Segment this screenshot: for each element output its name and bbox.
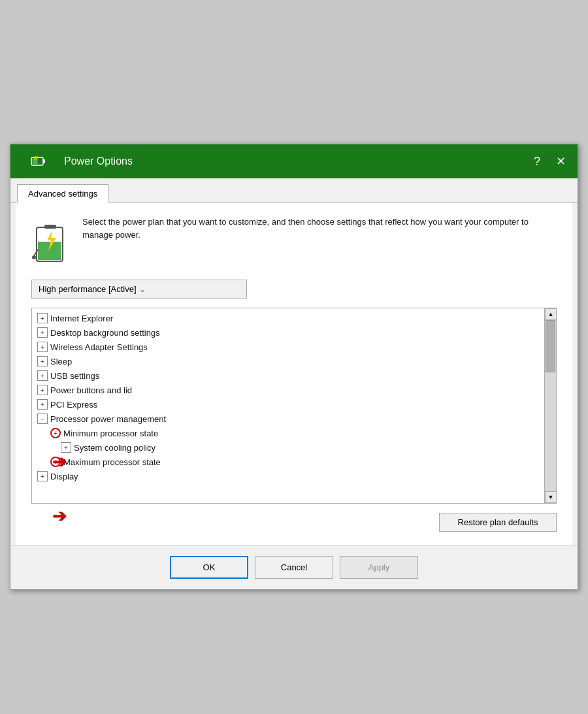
list-item-processor-power[interactable]: −Processor power management — [32, 412, 544, 426]
svg-rect-2 — [33, 159, 38, 165]
apply-button[interactable]: Apply — [340, 556, 418, 579]
expand-icon[interactable]: + — [37, 327, 48, 338]
power-options-dialog: Power Options ? ✕ Advanced settings — [10, 144, 578, 590]
scroll-track[interactable] — [545, 320, 556, 491]
battery-icon-large — [31, 216, 71, 268]
svg-rect-1 — [43, 159, 45, 163]
list-item-label: Maximum processor state — [63, 457, 161, 467]
list-item-internet-explorer[interactable]: +Internet Explorer — [32, 311, 544, 325]
tab-advanced-settings[interactable]: Advanced settings — [17, 184, 108, 203]
expand-icon[interactable]: + — [37, 313, 48, 323]
svg-rect-6 — [44, 225, 56, 229]
description-text: Select the power plan that you want to c… — [82, 216, 557, 241]
bottom-bar: OK Cancel Apply — [10, 545, 578, 589]
svg-point-10 — [32, 255, 36, 259]
list-item-label: Power buttons and lid — [50, 385, 132, 395]
scroll-thumb[interactable] — [546, 320, 555, 372]
dialog-title: Power Options — [64, 155, 528, 167]
content-area: Select the power plan that you want to c… — [16, 203, 572, 545]
description-row: Select the power plan that you want to c… — [31, 216, 557, 268]
title-controls: ? ✕ — [528, 152, 570, 170]
close-button[interactable]: ✕ — [551, 152, 570, 170]
expand-icon[interactable]: + — [61, 442, 71, 453]
list-item-label: Display — [50, 472, 78, 481]
expand-icon[interactable]: + — [37, 342, 48, 352]
list-item-label: Desktop background settings — [50, 328, 160, 338]
list-item-power-buttons[interactable]: +Power buttons and lid — [32, 383, 544, 397]
list-item-usb-settings[interactable]: +USB settings — [32, 368, 544, 383]
collapse-icon[interactable]: − — [37, 414, 48, 424]
list-item-max-processor[interactable]: +Maximum processor state — [32, 455, 544, 469]
list-item-label: Processor power management — [50, 414, 166, 424]
list-item-min-processor[interactable]: +Minimum processor state — [32, 426, 544, 440]
list-item-display[interactable]: +Display — [32, 469, 544, 483]
expand-icon[interactable]: + — [50, 457, 61, 467]
scroll-up-arrow[interactable]: ▲ — [545, 308, 557, 320]
tab-bar: Advanced settings — [10, 178, 578, 203]
expand-icon[interactable]: + — [37, 370, 48, 381]
window-icon — [18, 152, 57, 170]
expand-icon[interactable]: + — [37, 471, 48, 481]
list-item-pci-express[interactable]: +PCI Express — [32, 397, 544, 412]
plan-dropdown-value: High performance [Active] — [39, 284, 139, 294]
help-button[interactable]: ? — [528, 152, 546, 170]
list-item-label: Internet Explorer — [50, 314, 113, 323]
list-item-desktop-background[interactable]: +Desktop background settings — [32, 325, 544, 340]
scroll-down-arrow[interactable]: ▼ — [545, 491, 557, 503]
scrollbar[interactable]: ▲ ▼ — [544, 308, 556, 503]
title-bar: Power Options ? ✕ — [10, 144, 578, 178]
restore-plan-defaults-button[interactable]: Restore plan defaults — [439, 513, 557, 532]
expand-icon[interactable]: + — [37, 385, 48, 395]
list-item-label: USB settings — [50, 371, 99, 381]
svg-rect-7 — [38, 242, 61, 260]
chevron-down-icon: ⌄ — [139, 285, 240, 294]
list-item-system-cooling[interactable]: +System cooling policy — [32, 440, 544, 455]
list-item-wireless-adapter[interactable]: +Wireless Adapter Settings — [32, 340, 544, 354]
expand-icon[interactable]: + — [37, 356, 48, 366]
list-item-sleep[interactable]: +Sleep — [32, 354, 544, 368]
ok-button[interactable]: OK — [170, 556, 248, 579]
list-item-label: PCI Express — [50, 400, 97, 410]
list-item-label: Wireless Adapter Settings — [50, 342, 148, 352]
cancel-button[interactable]: Cancel — [255, 556, 333, 579]
list-item-label: System cooling policy — [74, 443, 155, 453]
settings-list-container: +Internet Explorer+Desktop background se… — [31, 308, 557, 504]
settings-list: +Internet Explorer+Desktop background se… — [32, 308, 544, 503]
expand-icon[interactable]: + — [37, 399, 48, 410]
plan-dropdown[interactable]: High performance [Active] ⌄ — [31, 280, 247, 299]
list-item-label: Sleep — [50, 357, 72, 366]
list-item-label: Minimum processor state — [63, 429, 158, 438]
expand-icon[interactable]: + — [50, 428, 61, 438]
